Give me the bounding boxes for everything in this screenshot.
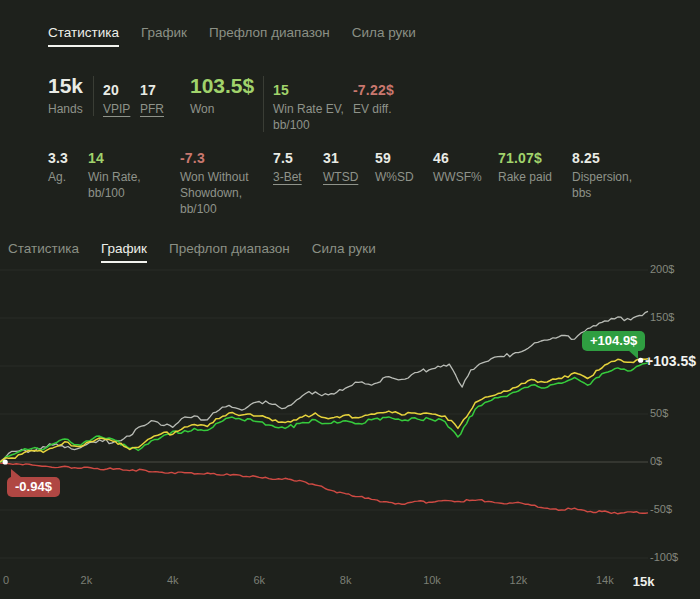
stat-3bet: 7.53-Bet [273, 150, 302, 185]
stat-label: Won Without Showdown, bb/100 [180, 169, 248, 217]
y-tick-label: 150$ [650, 311, 674, 323]
end-point-dot [638, 358, 643, 363]
stat-label: Rake paid [498, 169, 552, 185]
stat-value: 8.25 [572, 150, 632, 166]
y-tick-label: 200$ [650, 263, 674, 275]
current-winnings-label: +103.5$ [645, 353, 700, 369]
series-ev-winnings [0, 359, 648, 462]
stat-label: Dispersion, bbs [572, 169, 632, 201]
stat-label: Win Rate EV, bb/100 [273, 101, 344, 133]
y-tick-label: -50$ [650, 503, 672, 515]
stat-label: Win Rate, bb/100 [88, 169, 141, 201]
series-winnings [0, 363, 648, 462]
chart-tabbar: СтатистикаГрафикПрефлоп диапазонСила рук… [8, 241, 376, 263]
stat-value: 15k [48, 72, 83, 98]
stat-pfr: 17PFR [140, 72, 164, 117]
x-tick-label: 14k [596, 574, 614, 586]
stat-value: 15 [273, 72, 344, 98]
stat-divider [263, 76, 264, 132]
stat-value: 14 [88, 150, 141, 166]
stat-value: -7.22$ [353, 72, 394, 98]
stats-row-1: 15kHands20VPIP17PFR103.5$Won15Win Rate E… [0, 72, 700, 142]
stat-label: Won [190, 101, 254, 117]
stat-hands: 15kHands [48, 72, 83, 117]
y-tick-label: -100$ [650, 551, 678, 563]
stat-wsd: 59W%SD [375, 150, 414, 185]
stat-value: 31 [323, 150, 358, 166]
stat-label: EV diff. [353, 101, 394, 117]
stats-tabbar: СтатистикаГрафикПрефлоп диапазонСила рук… [48, 25, 416, 47]
x-tick-label: 6k [253, 574, 265, 586]
tab-hand-strength[interactable]: Сила руки [312, 241, 376, 263]
stat-value: 103.5$ [190, 72, 254, 98]
stat-label[interactable]: VPIP [103, 101, 130, 117]
stats-row-2: 3.3Ag.14Win Rate, bb/100-7.3Won Without … [0, 150, 700, 230]
stat-label: W%SD [375, 169, 414, 185]
stat-ev-diff: -7.22$EV diff. [353, 72, 394, 117]
stat-label[interactable]: PFR [140, 101, 164, 117]
stat-vpip: 20VPIP [103, 72, 130, 117]
x-tick-label: 0 [3, 574, 9, 586]
x-tick-current: 15k [633, 574, 655, 589]
stat-value: 20 [103, 72, 130, 98]
stat-won-without-showdown: -7.3Won Without Showdown, bb/100 [180, 150, 248, 217]
x-tick-label: 12k [510, 574, 528, 586]
start-value-badge: -0.94$ [7, 477, 60, 497]
winnings-chart: 200$150$50$0$-50$-100$ 02k4k6k8k10k12k14… [0, 266, 700, 599]
stat-aggression: 3.3Ag. [48, 150, 68, 185]
stat-value: 59 [375, 150, 414, 166]
stat-divider [93, 76, 94, 116]
y-tick-label: 0$ [650, 455, 662, 467]
tab-hand-strength[interactable]: Сила руки [352, 25, 416, 47]
stat-label[interactable]: 3-Bet [273, 169, 302, 185]
tab-graph[interactable]: График [101, 241, 147, 263]
tab-statistics[interactable]: Статистика [48, 25, 119, 47]
stat-value: -7.3 [180, 150, 248, 166]
stat-wtsd: 31WTSD [323, 150, 358, 185]
start-point-dot [3, 459, 8, 464]
stat-value: 46 [433, 150, 482, 166]
tab-statistics[interactable]: Статистика [8, 241, 79, 263]
tab-preflop-range[interactable]: Префлоп диапазон [209, 25, 330, 47]
stat-label: WWSF% [433, 169, 482, 185]
x-tick-label: 2k [81, 574, 93, 586]
tab-preflop-range[interactable]: Префлоп диапазон [169, 241, 290, 263]
stat-label[interactable]: WTSD [323, 169, 358, 185]
x-tick-label: 8k [340, 574, 352, 586]
tab-graph[interactable]: График [141, 25, 187, 47]
stat-value: 17 [140, 72, 164, 98]
stat-wwsf: 46WWSF% [433, 150, 482, 185]
ev-value-badge: +104.9$ [582, 331, 645, 351]
winnings-chart-plot[interactable] [0, 266, 700, 599]
poker-tracker-window: СтатистикаГрафикПрефлоп диапазонСила рук… [0, 0, 700, 599]
stat-dispersion: 8.25Dispersion, bbs [572, 150, 632, 201]
stat-won: 103.5$Won [190, 72, 254, 117]
x-tick-label: 10k [423, 574, 441, 586]
stat-value: 7.5 [273, 150, 302, 166]
stat-label: Ag. [48, 169, 68, 185]
stat-win-rate-ev: 15Win Rate EV, bb/100 [273, 72, 344, 133]
stat-win-rate: 14Win Rate, bb/100 [88, 150, 141, 201]
stat-value: 71.07$ [498, 150, 552, 166]
x-tick-label: 4k [167, 574, 179, 586]
stat-rake-paid: 71.07$Rake paid [498, 150, 552, 185]
series-won-without-showdown [0, 463, 648, 514]
y-tick-label: 50$ [650, 407, 668, 419]
stat-value: 3.3 [48, 150, 68, 166]
stat-label: Hands [48, 101, 83, 117]
